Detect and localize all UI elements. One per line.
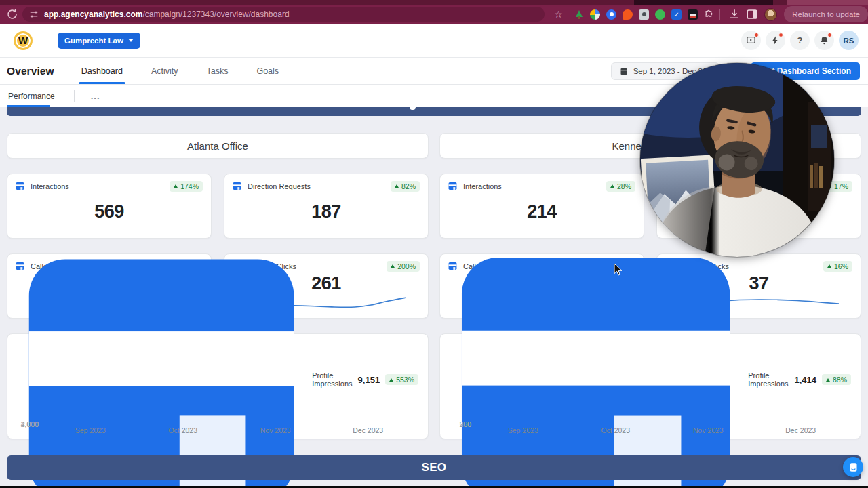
caret-down-icon: [128, 39, 134, 42]
y-axis-label: 4,000: [21, 420, 39, 428]
browser-chrome: app.agencyanalytics.com/campaign/1237343…: [0, 0, 868, 24]
change-badge: 88%: [822, 374, 851, 385]
profile-impressions-chart-card: Profile Impressions9,151553%02,0004,000S…: [7, 333, 429, 439]
header-divider: [45, 33, 45, 49]
triangle-up-icon: [610, 184, 614, 188]
triangle-up-icon: [395, 184, 399, 188]
app-header: W Gumprecht Law ? RS: [0, 24, 868, 58]
notifications-button[interactable]: [814, 30, 834, 50]
browser-active-tab[interactable]: [634, 0, 773, 5]
nav-tabs: Dashboard Activity Tasks Goals: [81, 58, 279, 84]
stat-label: Direction Requests: [248, 182, 311, 190]
tab-tasks[interactable]: Tasks: [206, 58, 228, 84]
agency-logo[interactable]: W: [14, 31, 33, 50]
change-badge: 200%: [387, 261, 420, 272]
download-icon[interactable]: [728, 8, 741, 20]
extension-dark-icon[interactable]: [688, 9, 698, 20]
extension-globe-icon[interactable]: [590, 9, 600, 20]
x-axis-labels: Sep 2023Oct 2023Nov 2023Dec 2023: [44, 426, 414, 434]
google-business-profile-icon: [17, 235, 306, 488]
triangle-up-icon: [826, 378, 830, 382]
notification-dot: [754, 33, 759, 37]
stat-value: 214: [448, 192, 635, 232]
webcam-overlay: [640, 63, 834, 257]
url-domain: app.agencyanalytics.com: [44, 9, 142, 19]
browser-tab[interactable]: [787, 0, 868, 5]
x-axis-label: Dec 2023: [755, 426, 848, 434]
help-button[interactable]: ?: [790, 30, 810, 50]
extensions-puzzle-icon[interactable]: [704, 9, 714, 20]
x-axis-label: Sep 2023: [477, 426, 570, 434]
chart-total: 9,151: [358, 375, 380, 385]
relaunch-button[interactable]: Relaunch to update: [784, 6, 868, 22]
address-bar[interactable]: app.agencyanalytics.com/campaign/1237343…: [22, 7, 545, 22]
triangle-up-icon: [389, 378, 393, 382]
change-badge: 16%: [823, 261, 852, 272]
triangle-up-icon: [827, 264, 831, 268]
sidebar-icon[interactable]: [746, 8, 758, 20]
extension-camera-icon[interactable]: [639, 9, 649, 20]
profile-impressions-chart-card: Profile Impressions1,41488%0250500Sep 20…: [439, 333, 861, 439]
notification-dot: [778, 33, 783, 37]
user-avatar[interactable]: RS: [839, 30, 859, 50]
extension-blue-icon[interactable]: [606, 9, 616, 20]
gridline: [44, 424, 414, 424]
y-axis-label: 500: [459, 420, 471, 428]
stat-label: Interactions: [31, 182, 69, 190]
company-name: Gumprecht Law: [64, 37, 123, 45]
gridline: [477, 424, 847, 424]
tab-performance[interactable]: Performance: [8, 85, 62, 107]
calendar-icon: [620, 67, 628, 75]
site-info-icon[interactable]: [29, 9, 39, 19]
updates-button[interactable]: [741, 30, 761, 50]
google-business-profile-icon: [450, 233, 742, 488]
stat-value: 187: [233, 192, 420, 232]
more-tabs-button[interactable]: ...: [91, 91, 100, 101]
change-badge: 82%: [391, 181, 420, 192]
quick-actions-button[interactable]: [766, 30, 785, 50]
chart-total: 1,414: [794, 375, 816, 385]
x-axis-label: Nov 2023: [662, 426, 755, 434]
browser-tab-strip: [0, 0, 868, 5]
google-business-profile-icon: [448, 182, 457, 190]
chat-widget-button[interactable]: [843, 457, 863, 477]
x-axis-labels: Sep 2023Oct 2023Nov 2023Dec 2023: [477, 426, 847, 434]
stat-value: 569: [16, 192, 203, 232]
x-axis-label: Oct 2023: [137, 426, 230, 434]
url-path: /campaign/1237343/overview/dashboard: [142, 9, 289, 19]
extension-green-icon[interactable]: [655, 9, 665, 20]
tab-goals[interactable]: Goals: [256, 58, 279, 84]
extension-orange-icon[interactable]: [623, 9, 633, 20]
seo-section-label: SEO: [422, 461, 447, 474]
stat-label: Interactions: [463, 182, 502, 190]
chart-title: Profile Impressions: [748, 371, 794, 388]
stat-card: Direction Requests82%187: [224, 174, 429, 239]
company-selector-button[interactable]: Gumprecht Law: [58, 33, 140, 49]
office-title: Atlanta Office: [7, 133, 429, 159]
office-column-atlanta: Atlanta Office Interactions174%569Direct…: [7, 133, 429, 439]
change-badge: 553%: [385, 374, 418, 385]
bookmark-star-icon[interactable]: ☆: [553, 9, 564, 20]
tab-dashboard[interactable]: Dashboard: [81, 58, 123, 84]
x-axis-label: Sep 2023: [44, 426, 137, 434]
page-title: Overview: [7, 65, 54, 77]
google-business-profile-icon: [16, 182, 24, 190]
x-axis-label: Dec 2023: [322, 426, 415, 434]
x-axis-label: Oct 2023: [570, 426, 663, 434]
mouse-cursor: [614, 264, 623, 276]
subtab-divider: [74, 90, 75, 102]
browser-profile-avatar[interactable]: [764, 8, 777, 21]
messenger-icon: [848, 462, 859, 472]
tab-activity[interactable]: Activity: [151, 58, 178, 84]
help-icon: ?: [797, 35, 803, 45]
section-letter-fragment: [410, 107, 416, 110]
extension-tree-icon[interactable]: [574, 9, 584, 20]
triangle-up-icon: [391, 264, 395, 268]
section-bar-seo: SEO: [7, 455, 861, 480]
notification-dot: [827, 33, 832, 37]
stat-card: Interactions28%214: [439, 174, 644, 239]
stat-card: Interactions174%569: [7, 174, 212, 239]
triangle-up-icon: [174, 184, 178, 188]
extension-check-icon[interactable]: ✓: [671, 9, 682, 20]
reload-icon[interactable]: [6, 8, 18, 20]
